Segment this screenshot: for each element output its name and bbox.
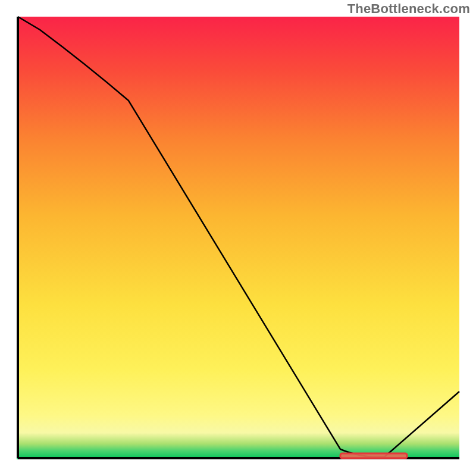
chart-overlay: [17, 17, 459, 459]
chart-container: TheBottleneck.com: [0, 0, 476, 476]
bottleneck-curve: [18, 17, 459, 457]
watermark-text: TheBottleneck.com: [347, 1, 470, 17]
plot-area: [17, 17, 459, 459]
